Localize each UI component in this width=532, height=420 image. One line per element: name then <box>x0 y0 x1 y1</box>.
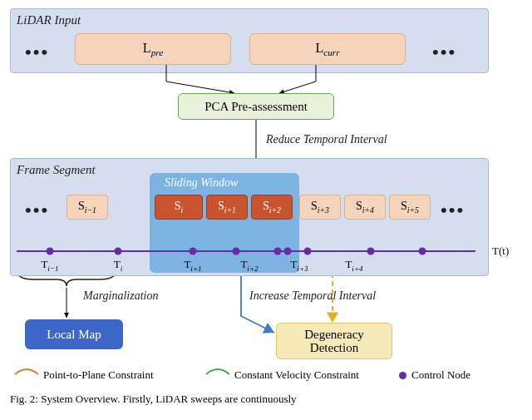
control-node <box>274 248 282 255</box>
control-node <box>419 248 426 255</box>
increase-interval-label: Increase Temporal Interval <box>249 289 376 303</box>
reduce-interval-label: Reduce Temporal Interval <box>266 133 387 146</box>
local-map-box: Local Map <box>25 319 123 349</box>
segment-box: Si+3 <box>299 195 341 220</box>
segment-box-active: Si <box>155 195 203 220</box>
control-node <box>115 248 122 255</box>
control-node-icon <box>399 372 406 379</box>
segment-box: Si+4 <box>344 195 386 220</box>
ellipsis-icon: ••• <box>432 42 456 63</box>
control-node <box>233 248 240 255</box>
label: Si−1 <box>78 200 96 215</box>
label: Degeneracy <box>304 328 364 342</box>
label: Si+2 <box>263 200 281 215</box>
ellipsis-icon: ••• <box>25 200 49 221</box>
segment-box-active: Si+2 <box>251 195 293 220</box>
legend-cn: Control Node <box>399 368 470 382</box>
segment-box-active: Si+1 <box>206 195 248 220</box>
pca-preassessment-box: PCA Pre-assessment <box>178 93 334 120</box>
control-node <box>190 248 197 255</box>
lidar-frame-curr: Lcurr <box>249 33 406 65</box>
label: Si <box>175 200 184 215</box>
label: Si+5 <box>401 200 419 215</box>
tick-label: Ti−1 <box>41 258 58 273</box>
control-node <box>284 248 292 255</box>
tick-label: Ti <box>114 258 122 273</box>
lidar-input-title: LiDAR Input <box>17 13 81 27</box>
control-node <box>367 248 375 255</box>
sliding-window-label: Sliding Window <box>165 176 238 190</box>
label: Si+1 <box>218 200 236 215</box>
ellipsis-icon: ••• <box>25 42 49 63</box>
timeline-axis <box>17 250 475 252</box>
label: Detection <box>310 341 358 355</box>
segment-box: Si+5 <box>389 195 431 220</box>
label: Si+4 <box>356 200 374 215</box>
label: PCA Pre-assessment <box>204 100 308 114</box>
label: Lcurr <box>315 41 339 57</box>
timeline-label: T(t) <box>492 245 509 258</box>
tick-label: Ti+3 <box>290 258 308 273</box>
tick-label: Ti+4 <box>345 258 362 273</box>
segment-box: Si−1 <box>66 195 108 220</box>
figure-caption: Fig. 2: System Overview. Firstly, LiDAR … <box>10 393 517 406</box>
frame-segment-title: Frame Segment <box>17 163 96 177</box>
legend-cvc: Constant Velocity Constraint <box>234 368 359 382</box>
degeneracy-detection-box: Degeneracy Detection <box>276 323 392 359</box>
control-node <box>304 248 312 255</box>
lidar-frame-pre: Lpre <box>75 33 231 65</box>
label: Si+3 <box>311 200 329 215</box>
label: Lpre <box>143 41 163 57</box>
figure-number: Fig. 2: <box>10 393 38 405</box>
caption-text: System Overview. Firstly, LiDAR sweeps a… <box>38 393 297 405</box>
tick-label: Ti+1 <box>184 258 201 273</box>
control-node <box>47 248 54 255</box>
ellipsis-icon: ••• <box>441 200 465 221</box>
marginalization-label: Marginalization <box>83 289 159 303</box>
tick-label: Ti+2 <box>240 258 258 273</box>
label: Local Map <box>47 328 101 342</box>
legend-ptp: Point-to-Plane Constraint <box>43 368 154 382</box>
